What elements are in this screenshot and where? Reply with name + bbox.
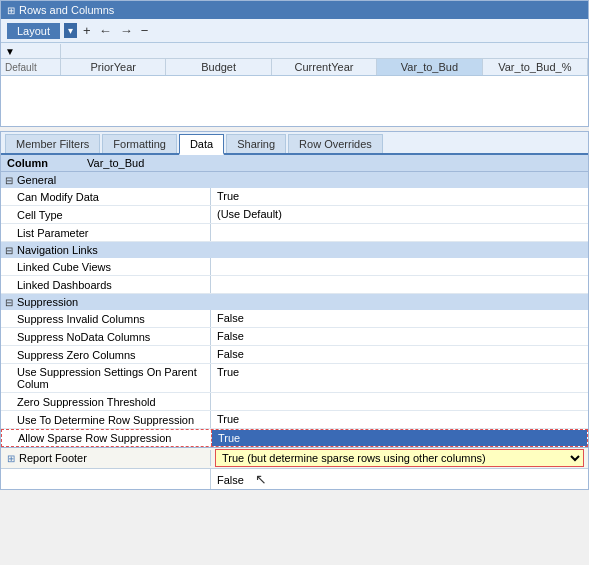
tab-data[interactable]: Data <box>179 134 224 155</box>
prop-name-suppress-nodata: Suppress NoData Columns <box>1 328 211 345</box>
column-value: Var_to_Bud <box>87 157 144 169</box>
report-footer-row: ⊞ Report Footer True (but determine spar… <box>1 447 588 468</box>
prop-linked-cube-views: Linked Cube Views <box>1 258 588 276</box>
panel-icon: ⊞ <box>7 5 15 16</box>
rows-columns-panel: ⊞ Rows and Columns Layout ▾ + ← → − ▼ De… <box>0 0 589 127</box>
prop-value-zero-threshold[interactable] <box>211 393 588 410</box>
report-footer-label: ⊞ Report Footer <box>1 450 211 466</box>
layout-button[interactable]: Layout <box>7 23 60 39</box>
grid-area <box>1 76 588 126</box>
bottom-panel: Member Filters Formatting Data Sharing R… <box>0 131 589 490</box>
report-footer-icon: ⊞ <box>7 453 15 464</box>
prop-suppress-zero: Suppress Zero Columns False <box>1 346 588 364</box>
prop-value-use-determine-row[interactable]: True <box>211 411 588 428</box>
false-value-row: False ↖ <box>1 468 588 489</box>
prop-list-parameter: List Parameter <box>1 224 588 242</box>
properties-container: ⊟ General Can Modify Data True Cell Type… <box>1 172 588 489</box>
false-prop-value: False ↖ <box>211 469 588 489</box>
general-label: General <box>17 174 56 186</box>
remove-icon[interactable]: − <box>139 22 151 39</box>
prop-suppress-nodata: Suppress NoData Columns False <box>1 328 588 346</box>
section-suppression-header: ⊟ Suppression <box>1 294 588 310</box>
filter-icon: ▼ <box>5 46 15 57</box>
col-header-var-to-bud-pct[interactable]: Var_to_Bud_% <box>483 59 588 75</box>
col-header-budget[interactable]: Budget <box>166 59 271 75</box>
nav-links-label: Navigation Links <box>17 244 98 256</box>
tab-row-overrides[interactable]: Row Overrides <box>288 134 383 153</box>
layout-dropdown-arrow[interactable]: ▾ <box>64 23 77 38</box>
column-headers-row: Default PriorYear Budget CurrentYear Var… <box>1 59 588 76</box>
prop-name-suppress-zero: Suppress Zero Columns <box>1 346 211 363</box>
forward-icon[interactable]: → <box>118 22 135 39</box>
prop-value-cell-type[interactable]: (Use Default) <box>211 206 588 223</box>
col-header-var-to-bud[interactable]: Var_to_Bud <box>377 59 482 75</box>
prop-suppress-invalid: Suppress Invalid Columns False <box>1 310 588 328</box>
toolbar: Layout ▾ + ← → − <box>1 19 588 43</box>
prop-use-suppression-parent: Use Suppression Settings On Parent Colum… <box>1 364 588 393</box>
report-footer-dropdown-container: True (but determine sparse rows using ot… <box>211 448 588 468</box>
prop-name-use-suppression-parent: Use Suppression Settings On Parent Colum <box>1 364 211 392</box>
prop-value-suppress-zero[interactable]: False <box>211 346 588 363</box>
prop-cell-type: Cell Type (Use Default) <box>1 206 588 224</box>
section-general-header: ⊟ General <box>1 172 588 188</box>
panel-title: Rows and Columns <box>19 4 114 16</box>
prop-name-use-determine-row: Use To Determine Row Suppression <box>1 411 211 428</box>
tab-sharing[interactable]: Sharing <box>226 134 286 153</box>
prop-value-suppress-nodata[interactable]: False <box>211 328 588 345</box>
prop-can-modify-data: Can Modify Data True <box>1 188 588 206</box>
prop-name-linked-cube-views: Linked Cube Views <box>1 258 211 275</box>
prop-name-zero-threshold: Zero Suppression Threshold <box>1 393 211 410</box>
nav-links-toggle[interactable]: ⊟ <box>5 245 13 256</box>
suppression-label: Suppression <box>17 296 78 308</box>
prop-value-use-suppression-parent[interactable]: True <box>211 364 588 392</box>
prop-use-determine-row: Use To Determine Row Suppression True <box>1 411 588 429</box>
prop-name-list-param: List Parameter <box>1 224 211 241</box>
default-label: Default <box>5 62 37 73</box>
panel-header: ⊞ Rows and Columns <box>1 1 588 19</box>
prop-linked-dashboards: Linked Dashboards <box>1 276 588 294</box>
general-toggle[interactable]: ⊟ <box>5 175 13 186</box>
cursor-icon: ↖ <box>255 471 267 487</box>
prop-name-can-modify: Can Modify Data <box>1 188 211 205</box>
prop-allow-sparse-row: Allow Sparse Row Suppression True <box>1 429 588 447</box>
prop-value-allow-sparse[interactable]: True <box>212 430 587 446</box>
prop-value-list-param[interactable] <box>211 224 588 241</box>
column-selector-row: Column Var_to_Bud <box>1 155 588 172</box>
prop-name-allow-sparse: Allow Sparse Row Suppression <box>2 430 212 446</box>
section-nav-links-header: ⊟ Navigation Links <box>1 242 588 258</box>
prop-value-suppress-invalid[interactable]: False <box>211 310 588 327</box>
prop-value-linked-cube-views[interactable] <box>211 258 588 275</box>
prop-value-linked-dashboards[interactable] <box>211 276 588 293</box>
prop-name-cell-type: Cell Type <box>1 206 211 223</box>
tab-formatting[interactable]: Formatting <box>102 134 177 153</box>
suppression-toggle[interactable]: ⊟ <box>5 297 13 308</box>
add-icon[interactable]: + <box>81 22 93 39</box>
back-icon[interactable]: ← <box>97 22 114 39</box>
prop-name-linked-dashboards: Linked Dashboards <box>1 276 211 293</box>
col-header-prioryear[interactable]: PriorYear <box>61 59 166 75</box>
tab-member-filters[interactable]: Member Filters <box>5 134 100 153</box>
column-label: Column <box>7 157 87 169</box>
prop-zero-suppression-threshold: Zero Suppression Threshold <box>1 393 588 411</box>
report-footer-select[interactable]: True (but determine sparse rows using ot… <box>215 449 584 467</box>
false-prop-name <box>1 469 211 489</box>
prop-value-can-modify[interactable]: True <box>211 188 588 205</box>
prop-name-suppress-invalid: Suppress Invalid Columns <box>1 310 211 327</box>
tabs-row: Member Filters Formatting Data Sharing R… <box>1 132 588 155</box>
col-header-currentyear[interactable]: CurrentYear <box>272 59 377 75</box>
spacer-cell: Default <box>1 59 61 75</box>
